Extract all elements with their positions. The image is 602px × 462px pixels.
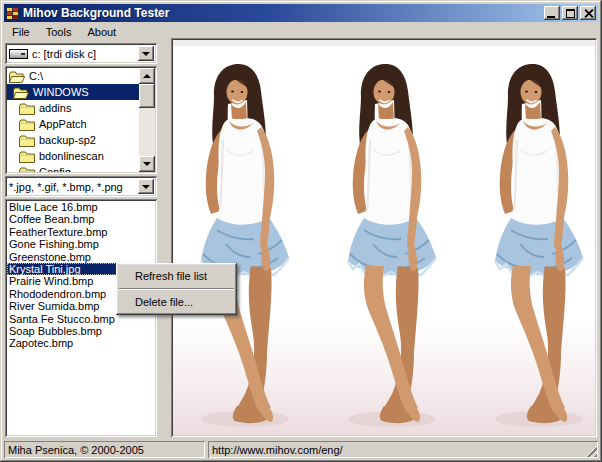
open-folder-icon — [13, 86, 29, 99]
url-text: http://www.mihov.com/eng/ — [212, 444, 343, 456]
status-bar-url: http://www.mihov.com/eng/ — [208, 441, 598, 458]
drive-icon — [9, 49, 28, 59]
closed-folder-icon — [19, 102, 35, 115]
tree-item-label: bdonlinescan — [39, 150, 104, 162]
drive-selector-value: c: [trdi disk c] — [32, 48, 96, 60]
tree-item-label: AppPatch — [39, 118, 87, 130]
window-title: Mihov Background Tester — [23, 6, 169, 20]
copyright-text: Miha Psenica, © 2000-2005 — [8, 444, 144, 456]
resize-grip[interactable] — [584, 444, 597, 457]
minimize-button[interactable] — [544, 6, 560, 20]
status-bar-copyright: Miha Psenica, © 2000-2005 — [4, 441, 205, 458]
file-filter-value: *.jpg, *.gif, *.bmp, *.png — [9, 181, 123, 193]
file-list-item[interactable]: FeatherTexture.bmp — [7, 226, 155, 238]
tree-item-config[interactable]: Config — [7, 164, 139, 172]
tree-item-addins[interactable]: addins — [7, 100, 139, 116]
menu-separator — [119, 288, 234, 290]
tiled-preview-image — [173, 40, 595, 435]
menu-tools[interactable]: Tools — [38, 24, 80, 40]
arrow-up-icon — [143, 74, 151, 78]
file-list-item[interactable]: Greenstone.bmp — [7, 251, 155, 263]
app-window: Mihov Background Tester File Tools About… — [0, 0, 602, 462]
preview-image-tile — [467, 40, 595, 435]
file-list-item[interactable]: Zapotec.bmp — [7, 337, 155, 349]
closed-folder-icon — [19, 166, 35, 173]
file-list-item[interactable]: Coffee Bean.bmp — [7, 213, 155, 225]
file-filter-combo[interactable]: *.jpg, *.gif, *.bmp, *.png — [5, 176, 157, 197]
close-icon — [584, 9, 593, 18]
close-button[interactable] — [580, 6, 596, 20]
tree-item-bdonlinescan[interactable]: bdonlinescan — [7, 148, 139, 164]
tree-item-label: backup-sp2 — [39, 134, 96, 146]
menu-about[interactable]: About — [79, 24, 124, 40]
tree-item-c-drive[interactable]: C:\ — [7, 68, 139, 84]
drive-selector-dropdown-button[interactable] — [138, 46, 154, 61]
closed-folder-icon — [19, 118, 35, 131]
chevron-down-icon — [142, 185, 150, 189]
tree-item-label: WINDOWS — [33, 86, 89, 98]
tree-item-backup-sp2[interactable]: backup-sp2 — [7, 132, 139, 148]
preview-image-tile — [173, 40, 320, 435]
scroll-up-button[interactable] — [139, 68, 155, 84]
minimize-icon — [547, 16, 555, 18]
file-filter-dropdown-button[interactable] — [138, 179, 154, 194]
context-menu-refresh-file-list[interactable]: Refresh file list — [118, 266, 235, 286]
tree-item-label: C:\ — [29, 70, 43, 82]
app-icon[interactable] — [6, 6, 20, 20]
tree-item-label: addins — [39, 102, 71, 114]
file-list: Blue Lace 16.bmp Coffee Bean.bmp Feather… — [5, 199, 157, 437]
open-folder-icon — [9, 70, 25, 83]
drive-selector[interactable]: c: [trdi disk c] — [5, 43, 157, 64]
scrollbar-thumb[interactable] — [139, 84, 155, 108]
context-menu-delete-file[interactable]: Delete file... — [118, 292, 235, 312]
preview-image-tile — [320, 40, 467, 435]
tree-item-windows[interactable]: WINDOWS — [7, 84, 139, 100]
closed-folder-icon — [19, 134, 35, 147]
maximize-button[interactable] — [562, 6, 578, 20]
maximize-icon — [566, 9, 575, 18]
chevron-down-icon — [142, 52, 150, 56]
title-bar: Mihov Background Tester — [4, 4, 598, 22]
file-list-item[interactable]: Blue Lace 16.bmp — [7, 201, 155, 213]
file-list-item[interactable]: Gone Fishing.bmp — [7, 238, 155, 250]
menu-file[interactable]: File — [4, 24, 38, 40]
context-menu: Refresh file list Delete file... — [116, 263, 237, 315]
file-list-item[interactable]: Soap Bubbles.bmp — [7, 325, 155, 337]
directory-tree: C:\ WINDOWS addins AppPatch backup-sp2 b… — [5, 66, 157, 174]
tree-scrollbar[interactable] — [139, 68, 155, 172]
scroll-down-button[interactable] — [139, 156, 155, 172]
arrow-down-icon — [143, 162, 151, 166]
tree-item-apppatch[interactable]: AppPatch — [7, 116, 139, 132]
closed-folder-icon — [19, 150, 35, 163]
tree-item-label: Config — [39, 166, 71, 172]
background-preview-panel — [171, 38, 597, 437]
